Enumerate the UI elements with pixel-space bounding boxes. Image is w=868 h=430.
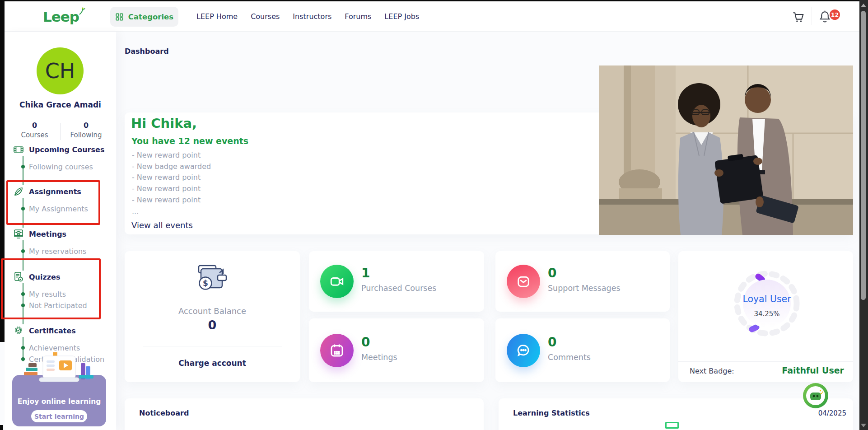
main-nav: LEEP Home Courses Instructors Forums LEE… [196, 1, 419, 32]
start-learning-button[interactable]: Start learning [31, 410, 87, 422]
dashboard-page: Leep Categories LEEP Home Courses Instru… [0, 0, 868, 430]
event-item: - New badge awarded [132, 161, 211, 173]
following-count-label: Following [61, 131, 112, 139]
noticeboard-title: Noticeboard [139, 409, 189, 417]
sidebar-item-my-results[interactable]: My results [29, 289, 66, 299]
current-badge-name: Loyal User [731, 294, 803, 304]
meetings-label: Meetings [361, 353, 397, 362]
calendar-icon [320, 334, 354, 367]
bullet-dot [21, 207, 25, 210]
events-heading: You have 12 new events [131, 136, 248, 146]
comments-label: Comments [548, 353, 591, 362]
learning-statistics-title: Learning Statistics [513, 409, 590, 417]
sidebar-menu: Upcoming Courses Following courses Assig… [5, 146, 116, 367]
online-learning-illustration [23, 351, 95, 383]
comments-value: 0 [548, 335, 556, 350]
top-bar: Leep Categories LEEP Home Courses Instru… [5, 1, 859, 32]
support-messages-label: Support Messages [548, 284, 621, 293]
scrollbar-up-arrow[interactable] [861, 4, 866, 7]
page-title: Dashboard [125, 47, 169, 56]
banner-title: Enjoy online learning [12, 397, 106, 406]
events-list: - New reward point - New badge awarded -… [132, 150, 211, 217]
feather-icon [12, 185, 25, 198]
bullet-dot [21, 304, 25, 307]
bell-icon [818, 9, 831, 23]
topbar-divider [812, 7, 812, 25]
window-frame-corner [0, 425, 3, 430]
following-count: 0 [61, 121, 112, 130]
categories-label: Categories [128, 13, 173, 21]
chat-widget-button[interactable] [803, 383, 829, 409]
logo-sprout-icon [78, 7, 85, 15]
account-balance-value: 0 [125, 318, 300, 332]
certificate-seal-icon [12, 324, 25, 337]
courses-count: 0 [9, 121, 60, 130]
event-item: - New reward point [132, 150, 211, 161]
video-camera-icon [320, 265, 354, 298]
nav-leep-jobs[interactable]: LEEP Jobs [384, 12, 419, 21]
meeting-screen-icon [12, 228, 25, 240]
bullet-dot [21, 165, 25, 168]
categories-button[interactable]: Categories [110, 7, 178, 27]
badge-progress-percent: 34.25% [731, 310, 803, 318]
nav-leep-home[interactable]: LEEP Home [196, 12, 238, 21]
sidebar-item-my-reservations[interactable]: My reservations [29, 246, 86, 257]
chat-bubble-icon [507, 334, 540, 367]
welcome-photo [599, 65, 853, 235]
event-item: - New reward point [132, 172, 211, 183]
grid-icon [115, 13, 124, 21]
stats-divider [60, 123, 61, 140]
window-frame-left [0, 1, 5, 342]
nav-forums[interactable]: Forums [345, 12, 371, 21]
sidebar-item-my-assignments[interactable]: My Assignments [29, 203, 88, 214]
nav-courses[interactable]: Courses [251, 12, 280, 21]
bullet-dot [21, 249, 25, 253]
support-messages-value: 0 [548, 266, 556, 280]
next-badge-label: Next Badge: [690, 367, 734, 375]
meetings-value: 0 [361, 335, 370, 350]
greeting-heading: Hi Chika, [131, 116, 197, 131]
scrollbar-thumb[interactable] [861, 11, 866, 300]
chart-legend-swatch [665, 422, 679, 429]
wallet-icon: $ [195, 262, 229, 292]
cart-button[interactable] [791, 10, 805, 25]
chat-widget-icon [803, 383, 829, 409]
event-item: - New reward point [132, 183, 211, 195]
app-logo[interactable]: Leep [43, 7, 85, 25]
bullet-dot [21, 292, 25, 296]
scrollbar-down-arrow[interactable] [861, 424, 866, 427]
charge-account-button[interactable]: Charge account [125, 359, 300, 368]
purchased-courses-value: 1 [361, 266, 370, 280]
user-name: Chika Grace Amadi [5, 100, 116, 109]
events-ellipsis: ... [132, 206, 211, 217]
account-balance-label: Account Balance [125, 306, 300, 316]
bullet-dot [21, 346, 25, 350]
window-frame-top [0, 0, 868, 1]
sidebar-item-not-participated[interactable]: Not Participated [29, 300, 87, 311]
film-icon [12, 146, 25, 156]
courses-count-label: Courses [9, 131, 60, 139]
notifications-button[interactable] [818, 9, 831, 25]
svg-text:$: $ [203, 279, 208, 288]
purchased-courses-label: Purchased Courses [361, 284, 436, 293]
cart-icon [791, 10, 805, 23]
sidebar-item-following-courses[interactable]: Following courses [29, 161, 93, 172]
view-all-events-link[interactable]: View all events [131, 220, 193, 230]
event-item: - New reward point [132, 195, 211, 206]
learning-period: 04/2025 [801, 409, 846, 417]
badge-card-divider [678, 361, 853, 362]
quiz-document-icon [12, 271, 25, 283]
account-card-divider [143, 346, 282, 346]
avatar[interactable]: CH [37, 47, 84, 94]
notification-count-badge[interactable]: 12 [830, 9, 840, 20]
nav-instructors[interactable]: Instructors [293, 12, 331, 21]
envelope-icon [507, 265, 540, 298]
next-badge-value: Faithful User [745, 365, 844, 375]
logo-text: Leep [43, 9, 79, 25]
